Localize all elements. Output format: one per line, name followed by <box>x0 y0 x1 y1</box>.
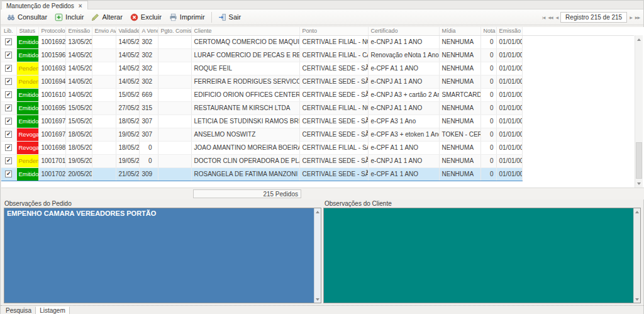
cell-validade: 19/05/2021 <box>116 154 139 167</box>
nav-prev-page-icon[interactable]: ◀◀ <box>547 15 553 20</box>
splitter <box>1 305 643 306</box>
incluir-button[interactable]: Incluir <box>51 11 87 23</box>
table-row[interactable]: ✔Emitido100170255420/05/202021/05/202130… <box>1 167 634 181</box>
scroll-up-icon[interactable] <box>314 208 321 215</box>
printer-icon <box>169 13 177 21</box>
scroll-up-icon[interactable] <box>634 208 640 215</box>
scroll-down-icon[interactable] <box>314 296 321 303</box>
cell-nota: 0 <box>480 115 496 128</box>
cell-cliente: LETICIA DE STUDINSKI RAMOS BRITO COUTO <box>191 115 299 128</box>
grid-footer: 215 Pedidos <box>1 188 644 199</box>
cell-ponto: CERTIVALE SEDE - SÃO LEOPOLDO <box>299 115 368 128</box>
nav-next-icon[interactable]: ▶ <box>629 15 633 20</box>
nav-last-icon[interactable]: ▶▶ <box>635 15 640 20</box>
column-header-6[interactable]: A Vencer <box>139 27 158 35</box>
nav-prev-icon[interactable]: ◀ <box>555 15 559 20</box>
column-header-5[interactable]: Validade <box>116 27 139 35</box>
table-row[interactable]: ✔Emitido100169528015/05/202027/05/202131… <box>1 101 634 115</box>
cliente-observations-textarea[interactable] <box>323 208 641 303</box>
row-checkbox[interactable]: ✔ <box>5 131 12 138</box>
scroll-down-icon[interactable] <box>635 179 643 188</box>
cell-a_vencer: 302 <box>139 48 158 62</box>
column-header-9[interactable]: Ponto <box>299 27 368 35</box>
cell-emissao_nf: 01/01/0001 <box>496 75 522 88</box>
cell-nota: 0 <box>480 101 496 115</box>
row-checkbox[interactable]: ✔ <box>5 78 12 85</box>
pedido-panel-scrollbar[interactable] <box>314 208 321 303</box>
table-row[interactable]: ✔Emitido100169223113/05/202014/05/202130… <box>1 35 634 48</box>
grid-vertical-scrollbar[interactable] <box>635 35 643 188</box>
row-checkbox[interactable]: ✔ <box>5 104 12 111</box>
column-header-12[interactable]: Nota <box>480 27 496 35</box>
cell-validade: 18/05/2021 <box>116 141 139 154</box>
binoculars-icon <box>7 13 15 21</box>
cell-a_vencer: 307 <box>139 115 158 128</box>
row-checkbox[interactable]: ✔ <box>5 171 12 177</box>
table-row[interactable]: ✔Revogado100169804118/05/202018/05/20210… <box>1 141 634 154</box>
cell-pgto_comissao <box>158 62 191 75</box>
row-checkbox[interactable]: ✔ <box>5 157 12 164</box>
column-header-4[interactable]: Envio Aviso <box>92 27 116 35</box>
alterar-button[interactable]: Alterar <box>87 11 126 23</box>
column-header-3[interactable]: Emissão <box>65 27 92 35</box>
tab-listagem[interactable]: Listagem <box>35 306 70 314</box>
column-header-13[interactable]: Emissão NF <box>496 27 522 35</box>
status-badge: Emitido <box>17 102 38 115</box>
tab-pesquisa[interactable]: Pesquisa <box>2 306 35 314</box>
cell-pgto_comissao <box>158 88 191 101</box>
row-checkbox[interactable]: ✔ <box>5 65 12 72</box>
cell-cliente: JOAO AMANTINO MOREIRA BOEIRA <box>191 141 299 154</box>
table-row[interactable]: ✔Emitido100169710115/05/202018/05/202130… <box>1 115 634 128</box>
column-header-0[interactable]: Lib. <box>1 27 16 35</box>
nav-first-icon[interactable]: |◀ <box>541 15 545 20</box>
cell-midia: NENHUMA <box>439 154 480 167</box>
consultar-label: Consultar <box>18 13 47 21</box>
cell-nota: 0 <box>480 75 496 88</box>
row-checkbox[interactable]: ✔ <box>5 52 12 59</box>
cell-pgto_comissao <box>158 167 191 181</box>
row-checkbox[interactable]: ✔ <box>5 91 12 98</box>
pedido-observations-textarea[interactable]: EMPENHO CAMARA VEREADORES PORTÃO <box>4 208 321 303</box>
column-header-10[interactable]: Certificado <box>368 27 439 35</box>
column-header-7[interactable]: Pgto. Comissão <box>158 27 191 35</box>
tab-title: Manutenção de Pedidos <box>6 3 74 9</box>
status-badge: Pendente <box>17 76 38 88</box>
cell-protocolo: 1001702554 <box>38 167 65 181</box>
scroll-down-icon[interactable] <box>634 296 640 303</box>
cell-protocolo: 1001596852 <box>38 48 65 62</box>
table-row[interactable]: ✔Emitido100161074714/05/202015/05/202266… <box>1 88 634 101</box>
cell-nota: 0 <box>480 128 496 141</box>
table-row[interactable]: ✔Pendente100169462914/05/202014/05/20213… <box>1 75 634 88</box>
imprimir-button[interactable]: Imprimir <box>165 11 209 23</box>
table-row[interactable]: ✔Emitido100159685214/05/202014/05/202130… <box>1 48 634 62</box>
consultar-button[interactable]: Consultar <box>3 11 51 23</box>
cell-certificado: e-CNPJ A1 1 ANO <box>368 154 439 167</box>
scrollbar-thumb[interactable] <box>636 142 642 179</box>
tab-close-icon[interactable]: × <box>79 3 82 9</box>
scroll-up-icon[interactable] <box>635 35 643 43</box>
plus-icon <box>55 13 63 21</box>
row-checkbox[interactable]: ✔ <box>5 118 12 125</box>
column-header-8[interactable]: Cliente <box>191 27 299 35</box>
cell-ponto: CERTIVALE SEDE - SÃO LEOPOLDO <box>299 62 368 75</box>
cell-envio_aviso <box>92 62 116 75</box>
row-checkbox[interactable]: ✔ <box>5 38 12 45</box>
column-header-1[interactable]: Status <box>16 27 38 35</box>
sair-button[interactable]: Sair <box>214 11 245 23</box>
cell-certificado: e-CPF A1 1 ANO <box>368 141 439 154</box>
orders-grid: Lib.StatusProtocoloEmissãoEnvio AvisoVal… <box>1 27 644 188</box>
cell-pgto_comissao <box>158 35 191 48</box>
table-row[interactable]: ✔Revogado100169795718/05/202019/05/20213… <box>1 128 634 141</box>
column-header-11[interactable]: Mídia <box>439 27 480 35</box>
cliente-panel-scrollbar[interactable] <box>633 208 640 303</box>
excluir-button[interactable]: Excluir <box>126 11 165 23</box>
column-header-2[interactable]: Protocolo <box>38 27 65 35</box>
table-row[interactable]: ✔Pendente100170191619/05/202019/05/20210… <box>1 154 634 167</box>
cell-emissao_nf: 01/01/0001 <box>496 141 522 154</box>
cell-certificado: e-CNPJ A1 1 ANO <box>368 75 439 88</box>
cell-a_vencer: 302 <box>139 62 158 75</box>
table-row[interactable]: ✔Pendente100169324814/05/202014/05/20213… <box>1 62 634 75</box>
tab-manutencao-de-pedidos[interactable]: Manutenção de Pedidos × <box>1 1 88 9</box>
row-checkbox[interactable]: ✔ <box>5 144 12 151</box>
cell-pgto_comissao <box>158 154 191 167</box>
